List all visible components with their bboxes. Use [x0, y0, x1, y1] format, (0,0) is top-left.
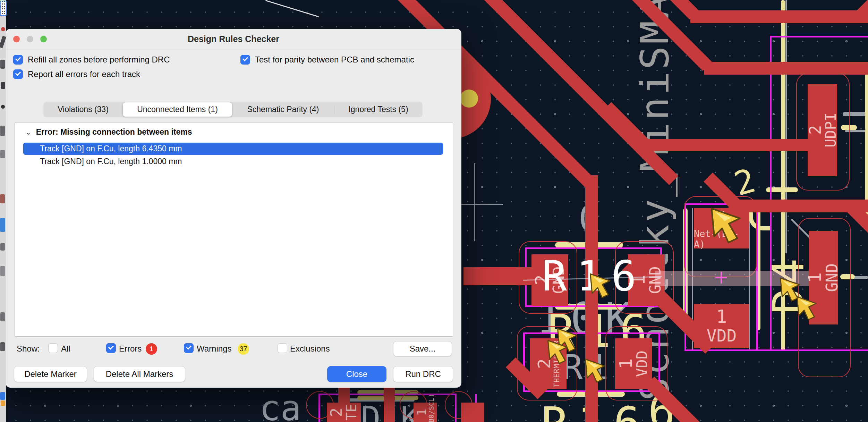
- tab-unconnected-items[interactable]: Unconnected Items (1): [123, 102, 232, 117]
- toolbar-icon[interactable]: [0, 342, 5, 351]
- report-errors-checkbox[interactable]: [13, 69, 23, 79]
- pad-net: VDD: [635, 351, 650, 377]
- toolbar-icon[interactable]: [0, 194, 5, 203]
- error-item-text: Track [GND] on F.Cu, length 1.0000 mm: [40, 157, 182, 166]
- copper-trace[interactable]: [384, 388, 395, 422]
- tab-schematic-parity[interactable]: Schematic Parity (4): [232, 102, 334, 117]
- show-warnings-label: Warnings: [197, 344, 231, 354]
- toolbar-icon[interactable]: [0, 312, 5, 321]
- toolbar-icon[interactable]: [0, 126, 5, 136]
- dialog-title: Design Rules Checker: [6, 29, 461, 49]
- run-drc-button[interactable]: Run DRC: [393, 366, 453, 382]
- warnings-count-badge: 37: [238, 343, 249, 355]
- error-item-selected[interactable]: Track [GND] on F.Cu, length 6.4350 mm: [23, 143, 443, 155]
- parity-label: Test for parity between PCB and schemati…: [255, 55, 414, 65]
- toolbar-icon[interactable]: [0, 218, 5, 232]
- pad-number: 2: [329, 408, 344, 417]
- errors-count-badge: 1: [146, 343, 157, 355]
- toolbar-icon[interactable]: [0, 36, 6, 48]
- toolbar-icon[interactable]: [0, 266, 5, 276]
- pad-net: TE: [344, 404, 359, 421]
- selection-cross-icon: [721, 272, 722, 284]
- fab-ca: ca: [259, 388, 301, 422]
- board-edge-line: [265, 0, 319, 17]
- pad-bottom-left[interactable]: 2 TE: [327, 403, 361, 422]
- delete-all-markers-label: Delete All Markers: [106, 369, 173, 379]
- delete-marker-button[interactable]: Delete Marker: [14, 366, 87, 382]
- copper-trace[interactable]: [690, 10, 868, 23]
- drc-marker-arrow-icon[interactable]: [547, 339, 568, 364]
- show-all-checkbox[interactable]: [48, 343, 58, 353]
- pad-net: UDPI: [823, 112, 838, 147]
- drc-marker-arrow-icon[interactable]: [589, 273, 611, 298]
- close-button-label: Close: [346, 369, 367, 379]
- results-list[interactable]: ⌄ Error: Missing connection between item…: [15, 122, 453, 337]
- show-label: Show:: [17, 344, 40, 354]
- save-button-label: Save...: [410, 344, 436, 354]
- tab-violations[interactable]: Violations (33): [43, 102, 123, 117]
- option-report-errors[interactable]: Report all errors for each track: [13, 69, 140, 79]
- grid-tool-icon[interactable]: [0, 1, 7, 16]
- show-errors-checkbox[interactable]: [106, 343, 116, 353]
- show-errors-label: Errors: [119, 344, 142, 354]
- pad-number: 1: [806, 272, 824, 283]
- pad-bottom-right2[interactable]: [461, 403, 484, 422]
- report-errors-label: Report all errors for each track: [28, 69, 140, 79]
- error-item[interactable]: Track [GND] on F.Cu, length 1.0000 mm: [23, 155, 443, 168]
- close-button[interactable]: Close: [327, 366, 386, 382]
- toolbar-icon[interactable]: [1, 82, 5, 89]
- save-button[interactable]: Save...: [393, 341, 452, 356]
- toolbar-icon[interactable]: [0, 60, 5, 69]
- show-exclusions-label: Exclusions: [290, 344, 330, 354]
- chevron-expanded-icon[interactable]: ⌄: [25, 128, 31, 136]
- toolbar-icon[interactable]: [0, 392, 5, 400]
- drc-marker-arrow-icon[interactable]: [710, 207, 742, 244]
- results-tab-bar: Violations (33) Unconnected Items (1) Sc…: [43, 102, 423, 117]
- origin-crosshair-icon: [474, 163, 475, 241]
- run-drc-label: Run DRC: [405, 369, 441, 379]
- pad-number: 1: [617, 358, 635, 369]
- pad-net: (PB0/SCL): [428, 394, 435, 422]
- tab-ignored-tests[interactable]: Ignored Tests (5): [334, 102, 422, 117]
- pad-udpi[interactable]: 2 UDPI: [808, 84, 837, 176]
- pad-net: VDD: [707, 327, 737, 345]
- drc-marker-arrow-icon[interactable]: [796, 296, 817, 320]
- delete-all-markers-button[interactable]: Delete All Markers: [94, 366, 185, 382]
- filter-row: Show: All Errors 1 Warnings 37 Exclusion…: [6, 341, 461, 357]
- left-toolbar: [0, 0, 6, 422]
- toolbar-icon[interactable]: [0, 150, 5, 158]
- show-exclusions-checkbox[interactable]: [278, 343, 287, 353]
- drc-marker-arrow-icon[interactable]: [584, 358, 606, 383]
- pad-bottom-right[interactable]: 1 (PB0/SCL): [414, 403, 437, 422]
- pad-vdd[interactable]: 1 VDD: [694, 304, 749, 348]
- option-refill-zones[interactable]: Refill all zones before performing DRC: [13, 55, 170, 65]
- via-hole: [460, 90, 478, 108]
- option-parity[interactable]: Test for parity between PCB and schemati…: [240, 55, 414, 65]
- pad-net: GND: [824, 263, 840, 292]
- toolbar-icon[interactable]: [1, 400, 5, 406]
- dialog-titlebar[interactable]: Design Rules Checker: [6, 29, 461, 49]
- copper-trace[interactable]: [463, 267, 533, 285]
- toolbar-icon[interactable]: [1, 105, 5, 109]
- delete-marker-label: Delete Marker: [24, 369, 77, 379]
- error-group-label: Error: Missing connection between items: [36, 127, 192, 137]
- toolbar-icon[interactable]: [0, 243, 5, 251]
- error-group-header[interactable]: ⌄ Error: Missing connection between item…: [25, 127, 192, 137]
- copper-trace[interactable]: [704, 62, 868, 75]
- pad-number: 1: [416, 409, 428, 416]
- toolbar-icon[interactable]: [1, 27, 5, 31]
- show-all-label: All: [61, 344, 70, 354]
- copper-trace[interactable]: [642, 139, 808, 151]
- pad-thermistor-1-vdd[interactable]: 1 VDD: [615, 338, 652, 389]
- refill-zones-label: Refill all zones before performing DRC: [28, 55, 170, 65]
- refill-zones-checkbox[interactable]: [13, 55, 23, 65]
- show-warnings-checkbox[interactable]: [184, 343, 194, 353]
- drc-dialog: Design Rules Checker Refill all zones be…: [6, 29, 461, 388]
- pad-number: 2: [807, 125, 823, 135]
- pad-number: 1: [716, 307, 727, 327]
- parity-checkbox[interactable]: [240, 55, 250, 65]
- error-item-text: Track [GND] on F.Cu, length 6.4350 mm: [40, 144, 182, 153]
